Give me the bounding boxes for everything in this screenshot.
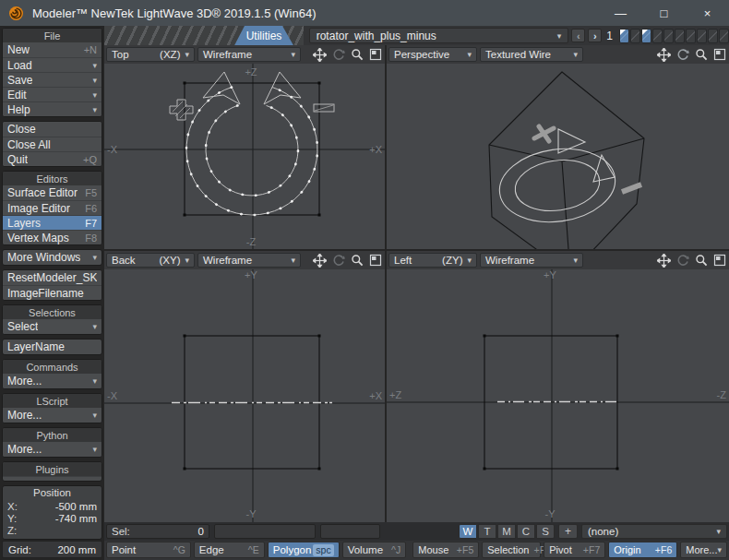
next-layer-bank-button[interactable]: › — [588, 29, 602, 42]
action-center-pivot-button[interactable]: Pivot+F7 — [544, 542, 605, 558]
expand-viewport-icon[interactable] — [711, 253, 727, 268]
tab-utilities[interactable]: Utilities — [234, 26, 293, 45]
sidebar-item-lscript-more[interactable]: More...▾ — [3, 408, 102, 423]
viewport-canvas-perspective[interactable] — [387, 64, 729, 249]
layer-button-5[interactable] — [663, 29, 674, 43]
pan-icon[interactable] — [656, 253, 672, 268]
sidebar-item-close-all[interactable]: Close All — [3, 137, 102, 151]
layer-button-7[interactable] — [686, 29, 696, 43]
grid-size-readout: Grid: 200 mm — [2, 541, 102, 558]
sidebar-item-layername[interactable]: LayerName — [3, 340, 102, 354]
sidebar-item-load[interactable]: Load▾ — [3, 57, 102, 72]
action-center-more-button[interactable]: More...▾ — [680, 542, 727, 558]
view-type-dropdown[interactable]: Back(XY)▾ — [106, 253, 195, 268]
sidebar-item-vertex-maps[interactable]: Vertex MapsF8 — [3, 230, 102, 244]
layer-bank-number: 1 — [606, 30, 613, 42]
group-header-plugins: Plugins — [3, 462, 102, 476]
expand-viewport-icon[interactable] — [367, 47, 383, 62]
render-mode-dropdown[interactable]: Wireframe▾ — [197, 253, 301, 268]
chevron-down-icon: ▾ — [291, 50, 295, 59]
render-mode-dropdown[interactable]: Wireframe▾ — [480, 253, 583, 268]
sidebar-item-more-windows[interactable]: More Windows▾ — [3, 250, 102, 265]
selection-count-field: Sel: 0 — [106, 524, 209, 539]
expand-viewport-icon[interactable] — [711, 47, 727, 62]
layer-button-4[interactable] — [652, 29, 663, 43]
sidebar-item-clipped[interactable] — [3, 476, 102, 481]
sidebar-group-file: File New+N Load▾ Save▾ Edit▾ Help▾ — [2, 28, 102, 117]
sidebar-item-python-more[interactable]: More...▾ — [3, 442, 102, 457]
sidebar-item-resetmodeler-sk[interactable]: ResetModeler_SK — [3, 270, 102, 285]
sidebar-item-imagefilename[interactable]: ImageFilename — [3, 285, 102, 300]
layer-button-8[interactable] — [697, 29, 707, 43]
layer-button-6[interactable] — [675, 29, 685, 43]
layer-button-1[interactable] — [619, 29, 629, 43]
render-mode-dropdown[interactable]: Textured Wire▾ — [480, 47, 583, 62]
sidebar-item-image-editor[interactable]: Image EditorF6 — [3, 200, 102, 215]
viewport-canvas-top[interactable]: +Z -Z -X +X — [104, 64, 385, 249]
sidebar-item-edit[interactable]: Edit▾ — [3, 87, 102, 101]
layer-button-10[interactable] — [719, 29, 729, 43]
sidebar-group-commands: Commands More...▾ — [2, 359, 102, 389]
vmap-type-color-button[interactable]: C — [517, 524, 535, 539]
pan-icon[interactable] — [656, 47, 672, 62]
render-mode-dropdown[interactable]: Wireframe▾ — [197, 47, 301, 62]
action-center-selection-button[interactable]: Selection+F8 — [482, 542, 541, 558]
sidebar-item-help[interactable]: Help▾ — [3, 101, 102, 116]
chevron-down-icon: ▾ — [92, 253, 97, 262]
axis-label-right: +X — [369, 390, 382, 401]
view-type-dropdown[interactable]: Left(ZY)▾ — [388, 253, 477, 268]
chevron-down-icon: ▾ — [92, 322, 97, 331]
volume-mode-button[interactable]: Volume^J — [342, 542, 407, 558]
vmap-type-weight-button[interactable]: W — [459, 524, 477, 539]
axis-label-right: -Z — [717, 389, 727, 400]
edge-mode-button[interactable]: Edge^E — [194, 542, 265, 558]
zoom-icon[interactable] — [693, 47, 709, 62]
pan-icon[interactable] — [312, 47, 328, 62]
vmap-type-morph-button[interactable]: M — [497, 524, 516, 539]
chevron-down-icon: ▾ — [717, 545, 722, 554]
layer-button-9[interactable] — [708, 29, 718, 43]
sidebar-item-quit[interactable]: Quit+Q — [3, 151, 102, 166]
chevron-down-icon: ▾ — [92, 411, 97, 420]
new-vmap-button[interactable]: + — [558, 524, 578, 539]
vmap-type-texture-button[interactable]: T — [478, 524, 496, 539]
view-type-dropdown[interactable]: Top(XZ)▾ — [106, 47, 195, 62]
sidebar-item-close[interactable]: Close — [3, 122, 102, 137]
action-center-mouse-button[interactable]: Mouse+F5 — [412, 542, 479, 558]
close-button[interactable]: × — [686, 0, 729, 26]
sidebar-item-new[interactable]: New+N — [3, 42, 102, 57]
sidebar-item-layers[interactable]: LayersF7 — [3, 215, 102, 230]
axis-label-bottom: -Y — [246, 508, 257, 519]
zoom-icon[interactable] — [349, 253, 364, 268]
layer-button-3[interactable] — [641, 29, 651, 43]
layer-button-2[interactable] — [630, 29, 640, 43]
sidebar-item-select[interactable]: Select▾ — [3, 319, 102, 334]
viewport-canvas-back[interactable]: +Y -Y -X +X — [104, 269, 385, 522]
preset-dropdown[interactable]: rotator_with_plus_minus ▾ — [309, 28, 569, 43]
polygon-mode-button[interactable]: Polygonspc — [268, 542, 340, 558]
vmap-type-selection-button[interactable]: S — [536, 524, 555, 539]
expand-viewport-icon[interactable] — [367, 253, 383, 268]
rotate-icon[interactable] — [330, 253, 346, 268]
sidebar-item-surface-editor[interactable]: Surface EditorF5 — [3, 185, 102, 200]
zoom-icon[interactable] — [349, 47, 364, 62]
rotate-icon[interactable] — [330, 47, 346, 62]
pan-icon[interactable] — [312, 253, 328, 268]
sidebar-item-commands-more[interactable]: More...▾ — [3, 374, 102, 388]
tab-toolbar: Utilities rotator_with_plus_minus ▾ ‹ › … — [104, 26, 729, 45]
action-center-origin-button[interactable]: Origin+F6 — [608, 542, 677, 558]
sidebar-item-save[interactable]: Save▾ — [3, 72, 102, 87]
vmap-select-dropdown[interactable]: (none) ▾ — [581, 524, 727, 539]
prev-layer-bank-button[interactable]: ‹ — [571, 29, 585, 42]
viewport-back-header: Back(XY)▾ Wireframe▾ — [104, 251, 385, 269]
maximize-button[interactable]: □ — [642, 0, 686, 26]
rotate-icon[interactable] — [675, 253, 690, 268]
rotate-icon[interactable] — [675, 47, 690, 62]
point-mode-button[interactable]: Point^G — [106, 542, 191, 558]
view-type-dropdown[interactable]: Perspective▾ — [388, 47, 477, 62]
viewport-canvas-left[interactable]: +Y -Y +Z -Z — [387, 269, 729, 522]
window-controls: — □ × — [599, 0, 729, 26]
zoom-icon[interactable] — [693, 253, 709, 268]
sidebar-group-python: Python More...▾ — [2, 427, 102, 458]
minimize-button[interactable]: — — [599, 0, 642, 26]
